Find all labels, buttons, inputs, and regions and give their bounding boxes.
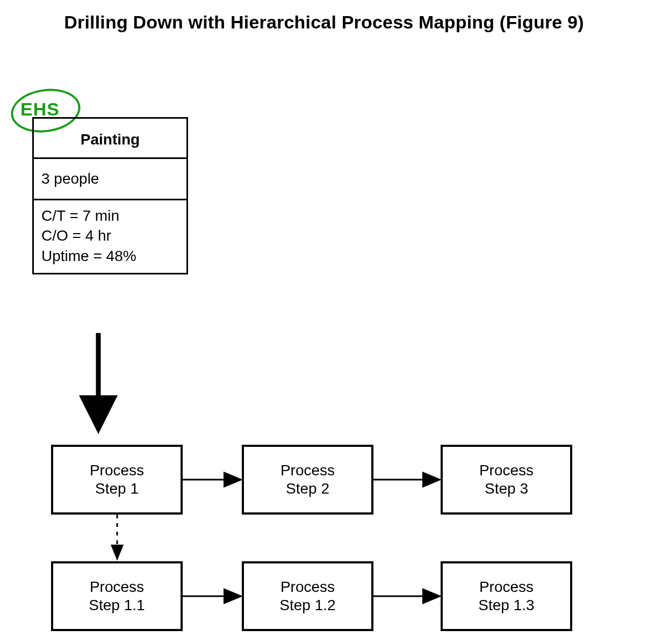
process-step-3: Process Step 3 [441, 445, 572, 515]
diagram-title: Drilling Down with Hierarchical Process … [0, 12, 648, 33]
diagram-canvas: Drilling Down with Hierarchical Process … [0, 0, 648, 644]
metric-uptime: Uptime = 48% [41, 246, 179, 266]
arrows-layer [0, 0, 648, 644]
process-step-label: Process Step 1.2 [279, 578, 335, 614]
process-metrics: C/T = 7 min C/O = 4 hr Uptime = 48% [34, 200, 186, 273]
process-step-1-2: Process Step 1.2 [242, 561, 373, 631]
process-step-label: Process Step 1 [90, 461, 144, 497]
process-step-1-1: Process Step 1.1 [51, 561, 183, 631]
process-step-label: Process Step 3 [479, 461, 534, 497]
process-step-label: Process Step 2 [280, 461, 335, 497]
process-step-label: Process Step 1.3 [478, 578, 534, 614]
metric-co: C/O = 4 hr [41, 226, 179, 246]
process-step-label: Process Step 1.1 [89, 578, 145, 614]
process-step-1: Process Step 1 [51, 445, 183, 515]
process-name: Painting [34, 119, 186, 159]
process-step-1-3: Process Step 1.3 [441, 561, 572, 631]
metric-ct: C/T = 7 min [41, 206, 179, 226]
process-step-2: Process Step 2 [242, 445, 373, 515]
process-people: 3 people [34, 159, 186, 200]
vsm-process-box: Painting 3 people C/T = 7 min C/O = 4 hr… [32, 117, 188, 274]
